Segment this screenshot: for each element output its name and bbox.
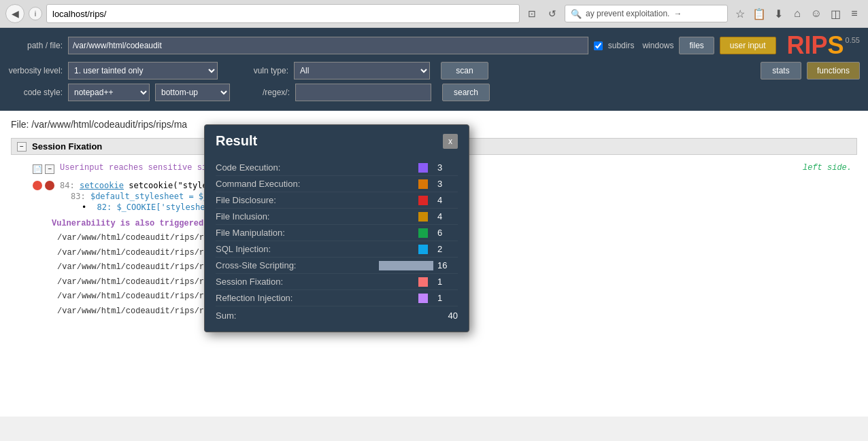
xss-count: 16 [437, 260, 458, 270]
result-row-file-inclusion: File Inclusion: 4 [216, 209, 458, 225]
search-button[interactable]: search [442, 84, 490, 101]
subdirs-checkbox[interactable] [594, 41, 603, 50]
reflection-injection-color [418, 294, 428, 303]
reflection-injection-label: Reflection Injection: [216, 293, 418, 303]
windows-label: windows [642, 41, 673, 50]
rips-logo: RIPS 0.55 [787, 33, 860, 58]
file-manipulation-label: File Manipulation: [216, 228, 418, 238]
sum-count: 40 [448, 311, 458, 321]
files-button[interactable]: files [679, 37, 714, 54]
sum-label: Sum: [216, 311, 448, 321]
sql-injection-count: 2 [437, 244, 458, 254]
refresh-icon[interactable]: ↺ [544, 5, 561, 22]
home-icon[interactable]: ⌂ [789, 5, 805, 22]
modal-close-button[interactable]: x [443, 134, 458, 149]
browser-chrome: ◀ i ⊡ ↺ 🔍 ay prevent exploitation. → ☆ 📋… [0, 0, 868, 28]
bookmark-icon[interactable]: ☆ [732, 5, 748, 22]
path-input[interactable] [68, 37, 588, 54]
modal-overlay: Result x Code Execution: 3 Command Execu… [0, 111, 868, 417]
result-row-reflection-injection: Reflection Injection: 1 [216, 290, 458, 306]
app-toolbar: path / file: subdirs windows files user … [0, 28, 868, 111]
xss-label: Cross-Site Scripting: [216, 260, 379, 270]
user-input-button[interactable]: user input [720, 37, 776, 54]
xss-bar [379, 261, 433, 270]
result-row-file-manipulation: File Manipulation: 6 [216, 225, 458, 241]
result-row-sql-injection: SQL Injection: 2 [216, 241, 458, 258]
result-row-session-fixation: Session Fixation: 1 [216, 274, 458, 290]
code-execution-count: 3 [437, 162, 458, 173]
command-execution-label: Command Execution: [216, 179, 418, 189]
result-modal: Result x Code Execution: 3 Command Execu… [204, 124, 469, 332]
scan-button[interactable]: scan [441, 62, 488, 80]
logo-i: I [805, 31, 812, 59]
modal-title: Result [216, 133, 257, 149]
logo-s: S [828, 31, 844, 59]
command-execution-color [418, 179, 428, 189]
session-fixation-count: 1 [437, 277, 458, 287]
path-label: path / file: [8, 41, 63, 50]
sum-row: Sum: 40 [216, 306, 458, 321]
subdirs-label: subdirs [608, 41, 635, 50]
result-row-file-disclosure: File Disclosure: 4 [216, 192, 458, 209]
code-execution-color [418, 163, 428, 173]
search-icon: 🔍 [571, 9, 582, 19]
download-icon[interactable]: ⬇ [770, 5, 786, 22]
code-style-label: code style: [8, 88, 63, 97]
session-fixation-label: Session Fixation: [216, 277, 418, 287]
modal-body: Code Execution: 3 Command Execution: 3 [205, 154, 469, 332]
vuln-label: vuln type: [234, 66, 288, 75]
regex-input[interactable] [295, 84, 431, 101]
functions-button[interactable]: functions [807, 62, 860, 80]
emoji-icon[interactable]: ☺ [808, 5, 824, 22]
vuln-type-select[interactable]: All [294, 62, 430, 80]
sql-injection-label: SQL Injection: [216, 244, 418, 254]
file-disclosure-count: 4 [437, 195, 458, 205]
info-button[interactable]: i [29, 7, 42, 20]
code-style-select[interactable]: notepad++ [68, 84, 150, 101]
pocket-icon[interactable]: ◫ [827, 5, 844, 22]
direction-select[interactable]: bottom-up [155, 84, 230, 101]
menu-icon[interactable]: ≡ [846, 5, 863, 22]
sql-injection-color [418, 245, 428, 254]
file-disclosure-color [418, 196, 428, 205]
stats-button[interactable]: stats [761, 62, 801, 80]
command-execution-count: 3 [437, 179, 458, 189]
reader-mode-icon[interactable]: ⊡ [524, 5, 540, 22]
verbosity-select[interactable]: 1. user tainted only [68, 62, 218, 80]
file-disclosure-label: File Disclosure: [216, 195, 418, 205]
logo-p: P [812, 31, 828, 59]
search-text: ay prevent exploitation. [586, 9, 669, 18]
file-inclusion-color [418, 212, 428, 222]
logo-r: R [787, 31, 805, 59]
reflection-injection-count: 1 [437, 293, 458, 303]
code-execution-label: Code Execution: [216, 162, 418, 173]
result-row-command-execution: Command Execution: 3 [216, 176, 458, 192]
file-inclusion-count: 4 [437, 211, 458, 222]
logo-version: 0.55 [846, 36, 860, 44]
result-row-xss: Cross-Site Scripting: 16 [216, 258, 458, 274]
file-manipulation-count: 6 [437, 228, 458, 238]
regex-label: /regex/: [249, 88, 290, 97]
file-inclusion-label: File Inclusion: [216, 211, 418, 222]
back-button[interactable]: ◀ [5, 4, 24, 23]
content-area: File: /var/www/html/codeaudit/rips/rips/… [0, 111, 868, 417]
session-fixation-color [418, 277, 428, 287]
result-row-code-execution: Code Execution: 3 [216, 160, 458, 176]
reading-list-icon[interactable]: 📋 [751, 5, 767, 22]
url-bar[interactable] [46, 4, 520, 23]
file-manipulation-color [418, 228, 428, 238]
verbosity-label: verbosity level: [8, 66, 63, 75]
search-arrow: → [673, 9, 682, 18]
